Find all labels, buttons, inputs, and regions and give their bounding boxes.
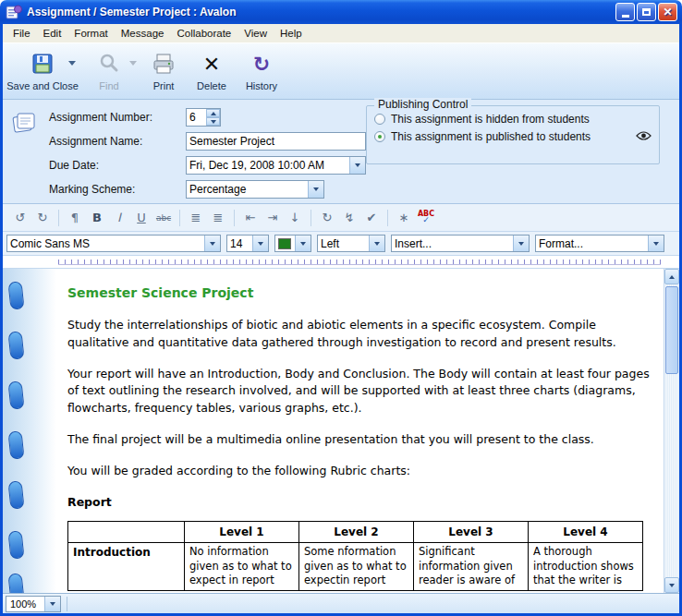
separator — [387, 210, 388, 226]
binding-capsule — [7, 530, 24, 559]
up-arrow-icon — [669, 275, 675, 279]
spinner-up-button[interactable] — [206, 109, 220, 117]
minimize-button[interactable] — [615, 3, 635, 21]
assignment-number-value: 6 — [189, 111, 196, 124]
window-title: Assignment / Semester Project : Avalon — [27, 6, 615, 18]
font-family-combobox[interactable]: Comic Sans MS — [6, 235, 221, 252]
special-characters-icon[interactable]: ∗ — [394, 208, 414, 227]
menu-bar: File Edit Format Message Collaborate Vie… — [3, 24, 679, 42]
scroll-down-button[interactable] — [664, 577, 679, 593]
alignment-combobox[interactable]: Left — [317, 235, 385, 252]
paragraph-marks-icon[interactable]: ¶ — [65, 208, 85, 227]
close-button[interactable]: ✕ — [658, 3, 677, 21]
menu-help[interactable]: Help — [274, 26, 309, 41]
redo-icon[interactable]: ↻ — [32, 208, 53, 227]
format-combobox[interactable]: Format... — [535, 235, 664, 252]
dropdown-arrow-icon — [50, 602, 55, 606]
marking-scheme-label: Marking Scheme: — [49, 183, 186, 196]
menu-format[interactable]: Format — [67, 26, 114, 41]
marking-scheme-dropdown-button[interactable] — [308, 181, 323, 198]
separator — [311, 210, 311, 226]
maximize-icon — [642, 8, 651, 16]
color-dropdown-button[interactable] — [295, 236, 311, 252]
scrollbar-thumb[interactable] — [665, 286, 678, 374]
zoom-combobox[interactable]: 100% — [6, 596, 61, 612]
due-date-dropdown-button[interactable] — [349, 157, 365, 174]
minimize-icon — [622, 15, 629, 18]
save-and-close-label: Save and Close — [6, 80, 79, 91]
spell-check-icon[interactable]: ABC ✓ — [416, 208, 436, 227]
revert-icon[interactable]: ↻ — [317, 208, 337, 227]
align-left-icon[interactable]: ≣ — [186, 208, 206, 227]
dropdown-arrow-icon — [313, 187, 319, 191]
font-color-combobox[interactable] — [274, 235, 311, 252]
font-size-combobox[interactable]: 14 — [226, 235, 269, 252]
insert-combobox[interactable]: Insert... — [391, 235, 530, 252]
scrollbar-track[interactable] — [664, 284, 679, 577]
down-arrow-icon — [669, 584, 675, 587]
history-button[interactable]: ↻ History — [236, 47, 287, 97]
due-date-value: Fri, Dec 19, 2008 10:00 AM — [189, 159, 324, 172]
radio-published[interactable] — [374, 131, 385, 142]
font-dropdown-button[interactable] — [204, 236, 220, 252]
delete-button[interactable]: ✕ Delete — [188, 47, 236, 97]
scroll-up-button[interactable] — [664, 269, 679, 284]
marking-scheme-combobox[interactable]: Percentage — [186, 180, 324, 199]
table-header-cell: Level 1 — [185, 522, 299, 543]
undo-icon[interactable]: ↺ — [10, 208, 30, 227]
binding-capsule — [7, 331, 24, 359]
assignment-name-value: Semester Project — [189, 135, 274, 148]
menu-file[interactable]: File — [6, 26, 37, 41]
print-button[interactable]: Print — [140, 47, 188, 97]
line-spacing-icon[interactable]: ↓ — [285, 208, 305, 227]
font-family-value: Comic Sans MS — [10, 237, 90, 250]
indent-icon[interactable]: ⇥ — [262, 208, 283, 227]
strikethrough-icon[interactable]: abc — [153, 208, 174, 227]
down-arrow-icon — [211, 120, 216, 124]
italic-icon[interactable]: I — [109, 208, 129, 227]
find-button[interactable]: Find — [79, 47, 140, 97]
menu-collaborate[interactable]: Collaborate — [170, 26, 237, 41]
binding-capsule — [7, 380, 24, 409]
publishing-control-group: Publishing Control This assignment is hi… — [366, 105, 660, 164]
published-option-row[interactable]: This assignment is published to students — [374, 127, 653, 145]
ruler[interactable] — [3, 256, 679, 269]
format-dropdown-button[interactable] — [648, 236, 664, 252]
document-editor[interactable]: Semester Science Project Study the inter… — [3, 269, 664, 593]
quick-format-icon[interactable]: ↯ — [339, 208, 359, 227]
size-dropdown-button[interactable] — [252, 236, 268, 252]
insert-dropdown-button[interactable] — [513, 236, 529, 252]
delete-icon: ✕ — [203, 50, 220, 78]
document-heading: Semester Science Project — [67, 284, 651, 303]
spinner-down-button[interactable] — [206, 117, 220, 126]
bold-icon[interactable]: B — [87, 208, 107, 227]
find-menu-arrow[interactable] — [129, 61, 137, 66]
table-cell: A thorough introduction shows that the w… — [529, 543, 643, 591]
dropdown-arrow-icon — [518, 242, 524, 246]
paragraph: You will be graded according to the foll… — [67, 463, 651, 480]
align-dropdown-button[interactable] — [369, 236, 384, 252]
save-icon — [30, 50, 55, 78]
due-date-combobox[interactable]: Fri, Dec 19, 2008 10:00 AM — [186, 156, 366, 175]
vertical-scrollbar[interactable] — [664, 269, 679, 593]
align-right-icon[interactable]: ≣ — [208, 208, 228, 227]
save-menu-arrow[interactable] — [68, 61, 76, 66]
alignment-value: Left — [321, 237, 339, 250]
zoom-dropdown-button[interactable] — [44, 597, 60, 611]
apply-format-icon[interactable]: ✔ — [361, 208, 382, 227]
outdent-icon[interactable]: ⇤ — [240, 208, 261, 227]
find-icon — [97, 50, 121, 78]
table-header-cell: Level 2 — [299, 522, 414, 543]
binding-capsule — [7, 430, 24, 459]
save-and-close-button[interactable]: Save and Close — [6, 47, 79, 97]
hidden-option-row[interactable]: This assignment is hidden from students — [374, 110, 653, 127]
underline-icon[interactable]: U — [131, 208, 152, 227]
radio-hidden[interactable] — [374, 114, 385, 125]
menu-view[interactable]: View — [237, 26, 274, 41]
assignment-number-field[interactable]: 6 — [186, 108, 221, 127]
menu-message[interactable]: Message — [115, 26, 171, 41]
maximize-button[interactable] — [637, 3, 656, 21]
table-row: Introduction No information given as to … — [68, 543, 643, 591]
menu-edit[interactable]: Edit — [37, 26, 68, 41]
assignment-name-input[interactable]: Semester Project — [186, 132, 366, 151]
